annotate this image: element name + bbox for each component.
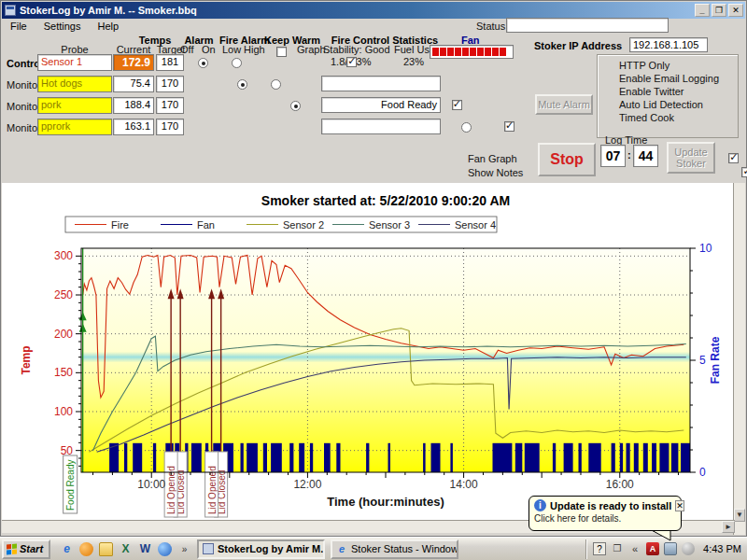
graph-checkbox-sensor1[interactable] [346, 57, 357, 67]
svg-text:Lid Opened: Lid Opened [207, 466, 218, 514]
target-temp-pprork[interactable]: 170 [156, 119, 184, 135]
window-title: StokerLog by Amir M. -- Smoker.bbq [20, 5, 197, 16]
balloon-title: Update is ready to install [550, 500, 671, 511]
svg-text:Fan: Fan [197, 219, 215, 231]
info-icon: i [534, 499, 546, 511]
window-tray-icon[interactable]: ❐ [611, 542, 624, 555]
note-field-hotdogs[interactable] [321, 76, 441, 91]
balloon-close-icon[interactable]: ✕ [675, 500, 684, 511]
svg-text:50: 50 [61, 444, 74, 457]
network-tray-icon[interactable] [664, 542, 677, 555]
chart-panel: Food ReadyLid ClosedLid OpenedLid Closed… [2, 183, 736, 522]
start-button[interactable]: Start [2, 539, 50, 559]
alarm-on-radio-hotdogs[interactable] [271, 79, 281, 90]
stoker-ip-field[interactable]: 192.168.1.105 [629, 37, 708, 52]
svg-text:Sensor 4: Sensor 4 [455, 219, 496, 231]
ie-quicklaunch-icon[interactable]: e [60, 542, 74, 556]
fan-meter-segment [455, 48, 461, 56]
media-player-icon[interactable] [158, 542, 172, 556]
target-temp-sensor1[interactable]: 181 [156, 54, 184, 71]
menu-settings[interactable]: Settings [35, 20, 90, 33]
update-stoker-line2: Stoker [669, 158, 713, 169]
fan-meter-segment [500, 48, 506, 56]
balloon-body[interactable]: Click here for details. [534, 513, 676, 524]
windows-flag-icon [7, 543, 17, 554]
alarm-on-header: On [202, 44, 216, 55]
auto-lid-label: Auto Lid Detection [619, 99, 703, 110]
svg-text:5: 5 [699, 354, 706, 367]
alarm-off-radio-pork[interactable] [290, 101, 301, 111]
current-temp-sensor1: 172.9 [113, 54, 154, 71]
chart-legend: FireFanSensor 2Sensor 3Sensor 4 [65, 217, 497, 232]
restore-button[interactable]: ❐ [712, 4, 726, 17]
chart-vertical-scrollbar[interactable]: ▼ [733, 183, 745, 535]
svg-text:12:00: 12:00 [293, 478, 321, 491]
update-stoker-button[interactable]: Update Stoker [667, 142, 715, 174]
mute-alarm-button[interactable]: Mute Alarm [535, 94, 593, 115]
http-only-label: HTTP Only [619, 60, 669, 71]
alarm-on-radio-sensor1[interactable] [232, 58, 242, 68]
help-tray-icon[interactable]: ? [593, 542, 606, 555]
stop-button[interactable]: Stop [538, 143, 596, 176]
status-field[interactable] [506, 18, 669, 33]
alarm-off-radio-hotdogs[interactable] [237, 79, 247, 90]
note-field-pork[interactable]: Food Ready [321, 97, 441, 113]
temperature-chart[interactable]: Food ReadyLid ClosedLid OpenedLid Closed… [2, 183, 736, 522]
probe-name-sensor1[interactable]: Sensor 1 [37, 54, 112, 71]
log-time-hours: 07 [600, 145, 626, 167]
fan-meter-segment [440, 48, 446, 56]
fan-meter-segment [470, 48, 476, 56]
scroll-right-arrow-icon[interactable]: ► [722, 521, 735, 533]
menu-file[interactable]: File [2, 20, 35, 33]
target-temp-pork[interactable]: 170 [156, 97, 184, 114]
fire-alarm-low-header: Low [222, 44, 241, 55]
y-axis-title-temp: Temp [20, 345, 33, 374]
desktop: StokerLog by Amir M. -- Smoker.bbq _ ❐ ✕… [0, 0, 747, 560]
folder-icon[interactable] [99, 542, 113, 556]
orange-app-icon[interactable] [79, 542, 93, 556]
probe-name-hotdogs[interactable]: Hot dogs [37, 76, 112, 92]
quicklaunch-overflow-chevron[interactable]: » [177, 542, 191, 556]
svg-text:14:00: 14:00 [450, 478, 478, 491]
taskbar-clock: 4:43 PM [699, 543, 741, 554]
svg-text:150: 150 [54, 366, 73, 379]
fan-graph-checkbox[interactable] [728, 153, 739, 163]
probe-name-pork[interactable]: pork [37, 97, 112, 114]
update-notification-balloon[interactable]: i Update is ready to install ✕ Click her… [529, 496, 682, 531]
title-bar[interactable]: StokerLog by Amir M. -- Smoker.bbq _ ❐ ✕ [2, 2, 745, 19]
close-button[interactable]: ✕ [728, 4, 743, 17]
word-icon[interactable]: W [138, 542, 152, 556]
target-temp-hotdogs[interactable]: 170 [156, 76, 184, 92]
graph-checkbox-pprork[interactable] [504, 121, 514, 132]
keep-warm-radio-pprork[interactable] [461, 122, 472, 133]
menu-help[interactable]: Help [89, 20, 127, 33]
tray-collapse-chevron[interactable]: « [628, 542, 641, 555]
current-temp-pork: 188.4 [113, 97, 154, 114]
fan-meter [430, 45, 514, 59]
update-tray-icon[interactable] [682, 542, 695, 555]
alarm-off-radio-sensor1[interactable] [198, 58, 208, 68]
keep-warm-master-checkbox[interactable] [276, 47, 287, 57]
current-temp-pprork: 163.1 [113, 119, 154, 135]
svg-text:Food Ready: Food Ready [65, 460, 76, 511]
task-button-stokerlog[interactable]: StokerLog by Amir M.... [197, 539, 325, 559]
note-field-pprork[interactable] [321, 119, 441, 134]
svg-text:Sensor 3: Sensor 3 [369, 219, 410, 231]
show-notes-checkbox[interactable] [741, 167, 747, 177]
adobe-tray-icon[interactable]: A [646, 542, 659, 555]
minimize-button[interactable]: _ [695, 4, 710, 17]
email-logging-label: Enable Email Logging [619, 73, 719, 84]
taskbar: Start e X W » StokerLog by Amir M.... e … [0, 537, 747, 560]
quick-launch: e X W » [60, 542, 191, 556]
probe-name-pprork[interactable]: pprork [37, 119, 112, 135]
svg-text:200: 200 [54, 328, 73, 341]
svg-text:10: 10 [699, 242, 712, 255]
svg-text:300: 300 [54, 249, 73, 262]
stokerlog-task-icon [203, 543, 214, 554]
excel-icon[interactable]: X [119, 542, 133, 556]
scroll-down-arrow-icon[interactable]: ▼ [734, 509, 745, 522]
y-axis-title-fan-rate: Fan Rate [709, 336, 722, 384]
graph-checkbox-pork[interactable] [452, 100, 462, 110]
update-stoker-line1: Update [669, 147, 713, 158]
task-button-stoker-status[interactable]: e Stoker Status - Windows... [331, 539, 458, 559]
